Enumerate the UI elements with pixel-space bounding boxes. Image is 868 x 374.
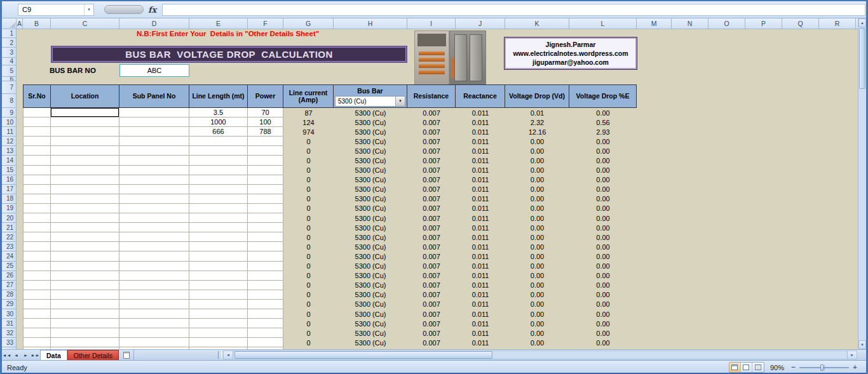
cell-J22[interactable]: 0.011 bbox=[456, 232, 505, 242]
cell-K27[interactable]: 0.00 bbox=[505, 281, 569, 290]
cell-G24[interactable]: 0 bbox=[283, 251, 334, 261]
cell-A19[interactable] bbox=[17, 204, 23, 213]
cell-E12[interactable] bbox=[189, 137, 248, 146]
scroll-left-button[interactable]: ◄ bbox=[224, 351, 233, 359]
cell-F18[interactable] bbox=[248, 194, 283, 204]
column-header-e[interactable]: E bbox=[189, 18, 248, 29]
cell-C16[interactable] bbox=[51, 175, 119, 185]
cell-K15[interactable]: 0.00 bbox=[505, 166, 569, 175]
row-header-8[interactable]: 8 bbox=[2, 94, 17, 108]
cell-B25[interactable] bbox=[23, 262, 51, 271]
cell-E34[interactable] bbox=[189, 347, 248, 349]
cell-L27[interactable]: 0.00 bbox=[569, 281, 637, 290]
column-header-i[interactable]: I bbox=[407, 18, 456, 29]
cell-D21[interactable] bbox=[119, 223, 189, 232]
table-header-power[interactable]: Power bbox=[248, 84, 283, 108]
cell-H20[interactable]: 5300 (Cu) bbox=[334, 213, 407, 223]
cell-E16[interactable] bbox=[189, 175, 248, 185]
cell-L14[interactable]: 0.00 bbox=[569, 156, 637, 165]
cell-K20[interactable]: 0.00 bbox=[505, 213, 569, 223]
cell-B23[interactable] bbox=[23, 242, 51, 251]
cell-D14[interactable] bbox=[119, 156, 189, 165]
table-header-line-length-mt[interactable]: Line Length (mt) bbox=[189, 84, 248, 108]
cell-C11[interactable] bbox=[51, 127, 119, 137]
cell-L32[interactable]: 0.00 bbox=[569, 328, 637, 338]
cell-E33[interactable] bbox=[189, 338, 248, 347]
cell-H29[interactable]: 5300 (Cu) bbox=[334, 300, 407, 309]
zoom-in-button[interactable]: + bbox=[851, 364, 858, 371]
cell-K22[interactable]: 0.00 bbox=[505, 232, 569, 242]
cell-G14[interactable]: 0 bbox=[283, 156, 334, 165]
cell-H15[interactable]: 5300 (Cu) bbox=[334, 166, 407, 175]
row-header-2[interactable]: 2 bbox=[2, 38, 17, 48]
cell-C10[interactable] bbox=[51, 117, 119, 127]
row-header-34[interactable]: 34 bbox=[2, 347, 17, 349]
cell-E14[interactable] bbox=[189, 156, 248, 165]
cell-L21[interactable]: 0.00 bbox=[569, 223, 637, 232]
column-header-b[interactable]: B bbox=[23, 18, 51, 29]
cell-I9[interactable]: 0.007 bbox=[407, 108, 456, 117]
cell-G20[interactable]: 0 bbox=[283, 213, 334, 223]
cell-L22[interactable]: 0.00 bbox=[569, 232, 637, 242]
horizontal-scroll-track[interactable] bbox=[233, 351, 847, 359]
cell-I32[interactable]: 0.007 bbox=[407, 328, 456, 338]
cell-I20[interactable]: 0.007 bbox=[407, 213, 456, 223]
cell-G27[interactable]: 0 bbox=[283, 281, 334, 290]
cell-G23[interactable]: 0 bbox=[283, 242, 334, 251]
cell-D19[interactable] bbox=[119, 204, 189, 213]
cell-D32[interactable] bbox=[119, 328, 189, 338]
cell-F33[interactable] bbox=[248, 338, 283, 347]
tab-other-details[interactable]: Other Details bbox=[67, 350, 119, 360]
cell-K26[interactable]: 0.00 bbox=[505, 271, 569, 281]
cell-J19[interactable]: 0.011 bbox=[456, 204, 505, 213]
cell-I15[interactable]: 0.007 bbox=[407, 166, 456, 175]
cell-F12[interactable] bbox=[248, 137, 283, 146]
cell-C9[interactable] bbox=[51, 108, 119, 117]
cell-F16[interactable] bbox=[248, 175, 283, 185]
horizontal-scroll-thumb[interactable] bbox=[234, 351, 492, 359]
cell-B10[interactable] bbox=[23, 117, 51, 127]
row-header-32[interactable]: 32 bbox=[2, 328, 17, 338]
cell-B24[interactable] bbox=[23, 251, 51, 261]
cell-H23[interactable]: 5300 (Cu) bbox=[334, 242, 407, 251]
next-sheet-button[interactable]: ► bbox=[21, 350, 31, 360]
cell-J26[interactable]: 0.011 bbox=[456, 271, 505, 281]
cell-G19[interactable]: 0 bbox=[283, 204, 334, 213]
cell-A30[interactable] bbox=[17, 309, 23, 319]
cell-E24[interactable] bbox=[189, 251, 248, 261]
tab-data[interactable]: Data bbox=[40, 350, 67, 360]
cell-A20[interactable] bbox=[17, 213, 23, 223]
cell-H16[interactable]: 5300 (Cu) bbox=[334, 175, 407, 185]
cell-C18[interactable] bbox=[51, 194, 119, 204]
cell-A28[interactable] bbox=[17, 290, 23, 300]
cell-E32[interactable] bbox=[189, 328, 248, 338]
cell-E28[interactable] bbox=[189, 290, 248, 300]
cell-B33[interactable] bbox=[23, 338, 51, 347]
cell-J29[interactable]: 0.011 bbox=[456, 300, 505, 309]
cell-B9[interactable] bbox=[23, 108, 51, 117]
cell-G32[interactable]: 0 bbox=[283, 328, 334, 338]
cell-D31[interactable] bbox=[119, 319, 189, 328]
cell-K33[interactable]: 0.00 bbox=[505, 338, 569, 347]
zoom-level[interactable]: 90% bbox=[770, 364, 784, 371]
cell-I33[interactable]: 0.007 bbox=[407, 338, 456, 347]
cell-F23[interactable] bbox=[248, 242, 283, 251]
cell-A18[interactable] bbox=[17, 194, 23, 204]
row-header-12[interactable]: 12 bbox=[2, 137, 17, 146]
cell-E22[interactable] bbox=[189, 232, 248, 242]
cell-B20[interactable] bbox=[23, 213, 51, 223]
row-header-5[interactable]: 5 bbox=[2, 65, 17, 77]
cell-E19[interactable] bbox=[189, 204, 248, 213]
cell-J28[interactable]: 0.011 bbox=[456, 290, 505, 300]
cell-K31[interactable]: 0.00 bbox=[505, 319, 569, 328]
cell-F26[interactable] bbox=[248, 271, 283, 281]
cell-L34[interactable]: 0.00 bbox=[569, 347, 637, 349]
cell-A33[interactable] bbox=[17, 338, 23, 347]
cell-F28[interactable] bbox=[248, 290, 283, 300]
cell-F22[interactable] bbox=[248, 232, 283, 242]
cell-J20[interactable]: 0.011 bbox=[456, 213, 505, 223]
first-sheet-button[interactable]: ◄◄ bbox=[2, 350, 11, 360]
cell-D16[interactable] bbox=[119, 175, 189, 185]
cell-K13[interactable]: 0.00 bbox=[505, 146, 569, 156]
vertical-scroll-thumb[interactable] bbox=[859, 28, 865, 89]
